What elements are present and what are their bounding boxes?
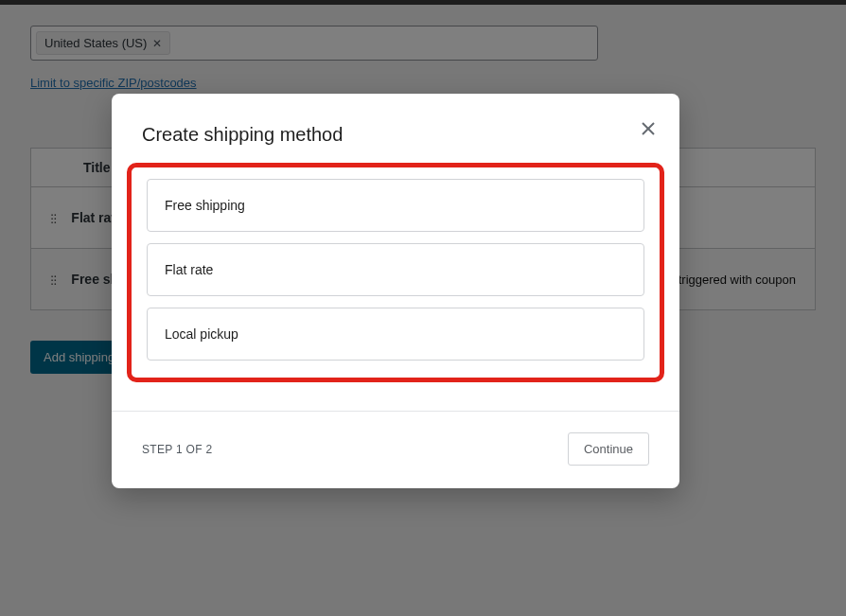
step-indicator: STEP 1 OF 2: [142, 443, 212, 456]
create-shipping-method-modal: Create shipping method Free shipping Fla…: [112, 94, 679, 488]
option-local-pickup[interactable]: Local pickup: [147, 308, 644, 361]
close-icon[interactable]: [638, 118, 659, 139]
option-free-shipping[interactable]: Free shipping: [147, 179, 644, 232]
shipping-method-options-highlight: Free shipping Flat rate Local pickup: [127, 163, 664, 382]
option-flat-rate[interactable]: Flat rate: [147, 243, 644, 296]
continue-button[interactable]: Continue: [568, 432, 649, 466]
modal-title: Create shipping method: [142, 124, 649, 146]
